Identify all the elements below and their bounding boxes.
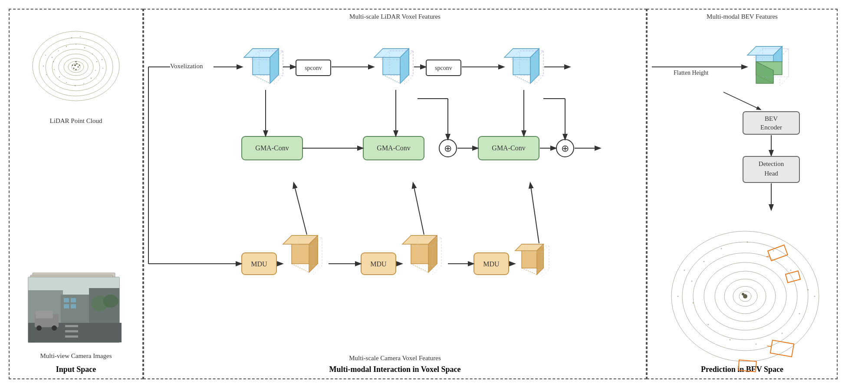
svg-rect-47 bbox=[65, 330, 78, 332]
svg-line-62 bbox=[253, 75, 270, 83]
middle-panel: Multi-scale LiDAR Voxel Features Multi-s… bbox=[143, 9, 647, 379]
svg-point-23 bbox=[45, 55, 46, 56]
svg-point-189 bbox=[782, 333, 783, 334]
right-panel: Multi-modal BEV Features Prediction in B… bbox=[647, 9, 838, 379]
input-space-title: Input Space bbox=[56, 365, 96, 374]
svg-rect-46 bbox=[65, 325, 78, 327]
svg-point-16 bbox=[91, 78, 92, 79]
svg-point-6 bbox=[68, 61, 84, 73]
svg-rect-56 bbox=[71, 298, 76, 302]
svg-point-186 bbox=[790, 270, 792, 271]
svg-rect-200 bbox=[768, 245, 788, 261]
svg-point-5 bbox=[64, 58, 88, 76]
right-diagram: Flatten Height BEV Encoder Detection Hea… bbox=[652, 23, 834, 383]
svg-text:⊕: ⊕ bbox=[561, 143, 569, 154]
middle-diagram: Voxelization spconv spconv GMA-Conv bbox=[148, 23, 643, 383]
cam-cube-3 bbox=[515, 244, 549, 277]
svg-point-31 bbox=[78, 66, 79, 68]
svg-point-15 bbox=[95, 70, 96, 71]
svg-rect-58 bbox=[71, 304, 76, 308]
svg-line-120 bbox=[292, 264, 309, 272]
svg-point-29 bbox=[80, 36, 81, 37]
svg-point-196 bbox=[677, 296, 679, 297]
svg-rect-55 bbox=[64, 298, 69, 302]
svg-point-30 bbox=[74, 64, 76, 66]
svg-point-1 bbox=[39, 38, 113, 96]
svg-point-194 bbox=[691, 281, 693, 282]
svg-point-22 bbox=[53, 61, 54, 62]
svg-point-8 bbox=[52, 57, 53, 58]
svg-text:GMA-Conv: GMA-Conv bbox=[377, 144, 410, 152]
svg-point-33 bbox=[76, 63, 78, 65]
svg-point-188 bbox=[799, 313, 800, 315]
svg-point-2 bbox=[46, 44, 106, 91]
right-top-label: Multi-modal BEV Features bbox=[707, 13, 778, 20]
svg-point-192 bbox=[708, 324, 709, 325]
svg-point-32 bbox=[73, 68, 75, 69]
svg-rect-57 bbox=[64, 304, 69, 308]
left-panel: LiDAR Point Cloud bbox=[9, 9, 143, 379]
svg-rect-48 bbox=[65, 335, 78, 338]
svg-text:BEV: BEV bbox=[765, 115, 778, 122]
svg-point-197 bbox=[814, 296, 815, 297]
svg-point-191 bbox=[730, 339, 731, 341]
svg-point-21 bbox=[54, 69, 55, 70]
cam-cube-1 bbox=[283, 235, 322, 275]
svg-text:spconv: spconv bbox=[305, 65, 322, 71]
svg-point-27 bbox=[102, 68, 103, 69]
svg-line-147 bbox=[530, 183, 539, 243]
voxelization-label: Voxelization bbox=[170, 63, 203, 70]
svg-point-193 bbox=[693, 302, 694, 304]
svg-point-187 bbox=[808, 289, 809, 291]
svg-point-14 bbox=[96, 61, 97, 62]
svg-point-36 bbox=[76, 69, 77, 70]
svg-point-13 bbox=[92, 53, 93, 54]
svg-point-34 bbox=[72, 65, 73, 66]
svg-point-26 bbox=[102, 59, 102, 60]
main-container: LiDAR Point Cloud bbox=[0, 0, 868, 388]
svg-point-199 bbox=[742, 293, 744, 295]
svg-point-37 bbox=[76, 61, 77, 63]
svg-line-79 bbox=[513, 75, 530, 83]
svg-point-182 bbox=[704, 261, 705, 262]
svg-point-19 bbox=[66, 82, 67, 83]
lidar-cube-1 bbox=[244, 49, 283, 84]
svg-line-138 bbox=[522, 268, 537, 275]
svg-line-145 bbox=[294, 183, 307, 235]
svg-point-28 bbox=[71, 37, 72, 38]
svg-point-24 bbox=[43, 66, 44, 66]
lidar-label: LiDAR Point Cloud bbox=[50, 117, 102, 125]
svg-point-10 bbox=[66, 46, 67, 47]
lidar-cube-2 bbox=[374, 49, 413, 84]
svg-text:GMA-Conv: GMA-Conv bbox=[255, 144, 289, 152]
svg-line-71 bbox=[383, 75, 400, 83]
svg-point-20 bbox=[59, 76, 60, 77]
cam-cube-2 bbox=[402, 235, 441, 275]
svg-text:GMA-Conv: GMA-Conv bbox=[492, 144, 525, 152]
svg-point-190 bbox=[756, 344, 757, 345]
svg-point-12 bbox=[84, 47, 85, 48]
svg-point-11 bbox=[76, 44, 76, 45]
svg-text:Detection: Detection bbox=[759, 160, 784, 167]
svg-point-183 bbox=[721, 248, 722, 249]
svg-point-17 bbox=[83, 83, 84, 84]
lidar-image bbox=[28, 18, 124, 114]
svg-point-18 bbox=[75, 85, 76, 86]
svg-point-195 bbox=[684, 270, 685, 271]
svg-point-52 bbox=[52, 325, 57, 331]
svg-point-185 bbox=[773, 250, 774, 252]
svg-point-25 bbox=[46, 74, 47, 75]
svg-point-9 bbox=[58, 50, 59, 51]
camera-images bbox=[26, 271, 126, 349]
camera-label: Multi-view Camera Images bbox=[40, 352, 112, 360]
svg-text:⊕: ⊕ bbox=[444, 143, 452, 154]
svg-text:MDU: MDU bbox=[483, 260, 500, 268]
svg-point-51 bbox=[36, 325, 42, 331]
svg-rect-50 bbox=[36, 311, 53, 318]
middle-top-label: Multi-scale LiDAR Voxel Features bbox=[349, 13, 441, 20]
svg-text:MDU: MDU bbox=[370, 260, 387, 268]
svg-rect-202 bbox=[786, 271, 800, 282]
lidar-cube-3 bbox=[504, 49, 543, 84]
camera-section: Multi-view Camera Images Input Space bbox=[26, 271, 126, 374]
svg-line-129 bbox=[411, 264, 428, 272]
